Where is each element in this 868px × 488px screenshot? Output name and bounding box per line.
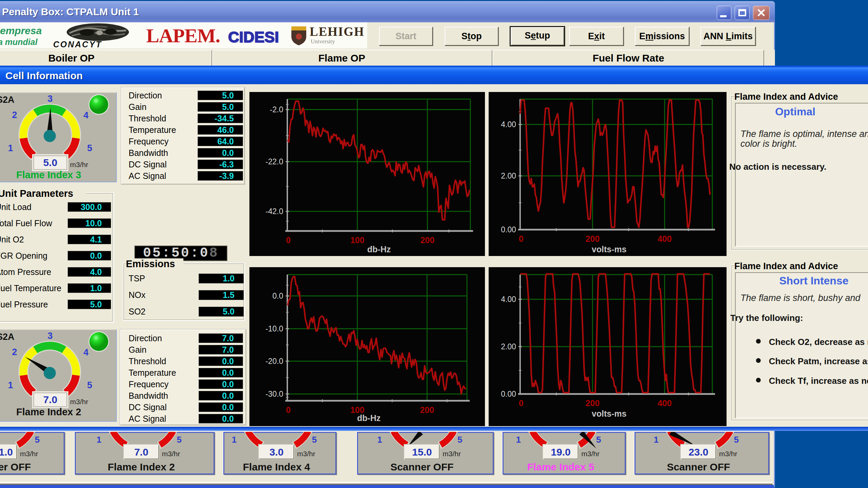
- svg-text:1: 1: [377, 435, 382, 445]
- svg-text:400: 400: [658, 234, 672, 243]
- svg-text:-2.0: -2.0: [270, 105, 283, 114]
- svg-text:S2A: S2A: [0, 332, 15, 342]
- svg-text:1: 1: [8, 143, 13, 153]
- svg-text:0: 0: [286, 405, 291, 415]
- svg-text:0.0: 0.0: [272, 292, 283, 300]
- svg-text:1: 1: [654, 435, 659, 445]
- svg-text:m3/hr: m3/hr: [70, 161, 88, 168]
- svg-text:2: 2: [12, 347, 17, 357]
- svg-text:4: 4: [83, 110, 88, 120]
- svg-text:-30.0: -30.0: [266, 390, 283, 398]
- svg-text:5: 5: [596, 435, 601, 445]
- svg-text:3: 3: [47, 331, 52, 341]
- svg-text:-22.0: -22.0: [266, 157, 283, 166]
- svg-text:0.00: 0.00: [501, 390, 516, 398]
- svg-text:1: 1: [8, 380, 13, 390]
- svg-text:2.00: 2.00: [501, 342, 516, 351]
- svg-text:-20.0: -20.0: [266, 357, 283, 366]
- svg-text:200: 200: [585, 398, 600, 408]
- svg-text:5: 5: [177, 435, 181, 445]
- svg-text:5: 5: [35, 435, 40, 445]
- svg-text:100: 100: [350, 235, 364, 245]
- svg-text:m3/hr: m3/hr: [70, 398, 88, 405]
- svg-text:2.00: 2.00: [501, 171, 516, 180]
- svg-text:7.0: 7.0: [43, 394, 58, 405]
- svg-text:db-Hz: db-Hz: [357, 413, 380, 423]
- svg-text:5: 5: [734, 435, 739, 445]
- svg-text:0: 0: [519, 234, 524, 243]
- svg-text:Flame Index 2: Flame Index 2: [16, 406, 81, 417]
- svg-text:3: 3: [47, 94, 52, 104]
- svg-text:Flame Index 3: Flame Index 3: [16, 169, 81, 180]
- svg-text:5: 5: [312, 435, 317, 445]
- svg-text:5: 5: [458, 435, 462, 445]
- svg-text:400: 400: [658, 398, 672, 408]
- svg-text:-10.0: -10.0: [266, 324, 283, 333]
- svg-text:1: 1: [232, 435, 237, 445]
- svg-text:CONACYT: CONACYT: [53, 40, 102, 48]
- svg-text:5: 5: [87, 380, 92, 390]
- svg-text:200: 200: [585, 234, 600, 243]
- svg-text:5.0: 5.0: [43, 157, 58, 168]
- svg-text:volts-ms: volts-ms: [592, 409, 627, 418]
- svg-text:S2A: S2A: [0, 95, 15, 105]
- svg-text:4.00: 4.00: [501, 295, 516, 304]
- svg-text:200: 200: [420, 235, 435, 245]
- svg-text:University: University: [311, 38, 335, 45]
- svg-text:0: 0: [519, 398, 524, 408]
- svg-text:5: 5: [87, 143, 92, 153]
- svg-text:1: 1: [516, 435, 521, 445]
- svg-text:1: 1: [96, 435, 101, 445]
- svg-text:volts-ms: volts-ms: [592, 245, 627, 254]
- svg-text:0: 0: [286, 235, 291, 245]
- svg-text:0.00: 0.00: [501, 225, 516, 234]
- svg-text:2: 2: [12, 110, 17, 120]
- svg-text:4: 4: [83, 347, 88, 357]
- svg-text:LEHIGH: LEHIGH: [310, 25, 364, 39]
- svg-text:200: 200: [420, 405, 434, 415]
- svg-text:-42.0: -42.0: [266, 207, 283, 216]
- svg-text:db-Hz: db-Hz: [367, 245, 391, 254]
- svg-text:4.00: 4.00: [501, 120, 516, 129]
